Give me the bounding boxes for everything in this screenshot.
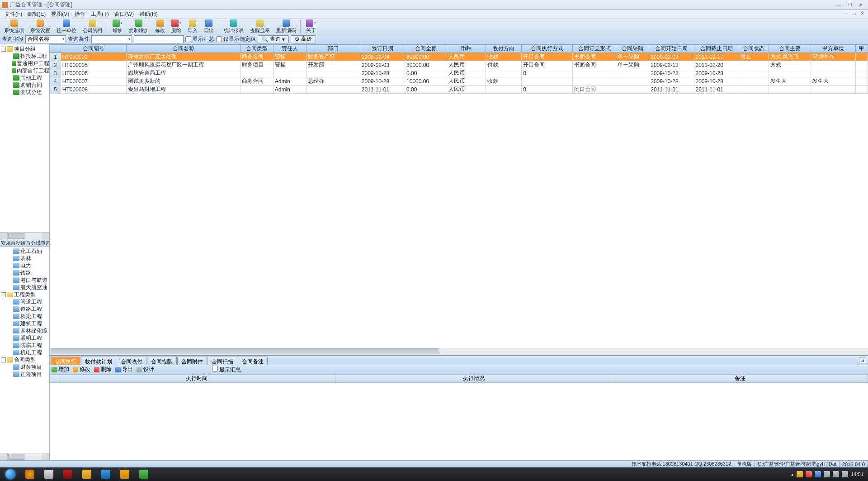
menu-操作[interactable]: 操作 bbox=[72, 10, 88, 19]
tree-item[interactable]: 购销合同 bbox=[0, 81, 49, 89]
menu-帮助(H)[interactable]: 帮助(H) bbox=[137, 10, 160, 19]
edit-button[interactable]: 修改 bbox=[152, 19, 168, 34]
col-header[interactable]: 收付方向 bbox=[486, 45, 521, 53]
remind-button[interactable]: 提醒显示 bbox=[247, 19, 273, 34]
detail-col[interactable]: 执行情况 bbox=[335, 375, 612, 383]
taskbar-app[interactable] bbox=[40, 468, 58, 480]
taskbar-app[interactable] bbox=[78, 468, 96, 480]
copyadd-button[interactable]: 复制增加 bbox=[126, 19, 152, 34]
tree-item[interactable]: 道路工程 bbox=[0, 305, 49, 313]
tree-root[interactable]: −项目分组 bbox=[0, 45, 49, 52]
close-button[interactable]: ✕ bbox=[855, 1, 866, 9]
tree-item[interactable]: 电力 bbox=[0, 262, 49, 269]
tree-item[interactable]: 铁路 bbox=[0, 269, 49, 276]
table-row[interactable]: 1HT000002珠海纺织厂废水处理商务合同曹操财务资产部2009-02-048… bbox=[50, 53, 868, 61]
tree-item[interactable]: 管道工程 bbox=[0, 298, 49, 305]
syscfg-button[interactable]: 系统设置 bbox=[27, 19, 53, 34]
delete-button[interactable]: ▾删除 bbox=[168, 19, 184, 34]
col-header[interactable]: 甲 bbox=[856, 45, 868, 53]
col-header[interactable]: 合同状态 bbox=[739, 45, 769, 53]
taskbar-app[interactable] bbox=[21, 468, 39, 480]
start-button[interactable] bbox=[2, 468, 19, 480]
tree-item[interactable]: 港口与航道 bbox=[0, 276, 49, 284]
report-button[interactable]: 统计报表 bbox=[221, 19, 247, 34]
project-tree[interactable]: −项目分组招投标工程普通用户工程内部自行工程其他工程购销合同测试分组 bbox=[0, 44, 49, 97]
tree-item[interactable]: 照明工程 bbox=[0, 334, 49, 342]
detail-col[interactable]: 执行时间 bbox=[58, 375, 335, 383]
tree-item[interactable]: 普通用户工程 bbox=[0, 60, 49, 67]
table-row[interactable]: 4HT000007测试更多新的商务合同Admin总经办2009-10-28100… bbox=[50, 77, 868, 86]
col-header[interactable]: 币种 bbox=[447, 45, 486, 53]
maximize-button[interactable]: ❐ bbox=[844, 1, 855, 9]
query-field-combo[interactable]: 合同名称 bbox=[25, 35, 66, 43]
tray-icon[interactable] bbox=[842, 471, 848, 477]
sysopt-button[interactable]: 系统选项 bbox=[1, 19, 27, 34]
col-header[interactable]: 责任人 bbox=[273, 45, 306, 53]
contacts-button[interactable]: 往来单位 bbox=[53, 19, 80, 34]
col-header[interactable]: 合同执行方式 bbox=[522, 45, 573, 53]
show-summary-check[interactable]: 显示汇总 bbox=[185, 35, 214, 43]
tree-item[interactable]: 园林绿化综 bbox=[0, 327, 49, 334]
taskbar-app[interactable] bbox=[97, 468, 115, 480]
table-row[interactable]: 2HT000005广州顺风速运花都厂区一期工程财务项目曹操开发部2009-02-… bbox=[50, 61, 868, 69]
col-header[interactable]: 合同类型 bbox=[241, 45, 274, 53]
detail-expand-button[interactable]: ⇲ bbox=[859, 357, 866, 363]
detail-tab[interactable]: 合同附件 bbox=[177, 357, 207, 365]
col-header[interactable]: 合同开始日期 bbox=[649, 45, 694, 53]
detail-删除-button[interactable]: 删除 bbox=[94, 366, 112, 373]
query-button[interactable]: 🔍 查询 ▾ bbox=[258, 35, 289, 43]
recode-button[interactable]: 重新编码 bbox=[273, 19, 299, 34]
about-button[interactable]: ▾关于 bbox=[303, 19, 319, 34]
detail-增加-button[interactable]: 增加 bbox=[52, 366, 69, 373]
tree-item[interactable]: -合同类型 bbox=[0, 356, 49, 363]
tree-item[interactable]: 其他工程 bbox=[0, 74, 49, 81]
table-row[interactable]: 3HT000006廊坊管道局工程2009-10-280.00人民币02009-1… bbox=[50, 69, 868, 77]
detail-tab[interactable]: 合同扫描 bbox=[208, 357, 237, 365]
mdi-restore-button[interactable]: ❐ bbox=[851, 10, 858, 17]
tree-item[interactable]: 正规项目 bbox=[0, 371, 49, 378]
tree-item[interactable]: 内部自行工程 bbox=[0, 67, 49, 74]
detail-tab[interactable]: 合同提醒 bbox=[147, 357, 177, 365]
category-tree[interactable]: 化工石油农林电力铁路港口与航道航天航空通-工程类型管道工程道路工程桥梁工程建筑工… bbox=[0, 247, 49, 379]
tree-item[interactable]: 机电工程 bbox=[0, 349, 49, 356]
table-row[interactable]: 5HT000008秦皇岛封堵工程Admin2011-11-010.00人民币0闭… bbox=[50, 86, 868, 94]
tray-chevron-icon[interactable]: ▴ bbox=[791, 471, 794, 477]
menu-编辑(E)[interactable]: 编辑(E) bbox=[25, 10, 48, 19]
mdi-close-button[interactable]: ✕ bbox=[859, 10, 866, 17]
col-header[interactable]: 合同主要 bbox=[769, 45, 811, 53]
menu-窗口(W)[interactable]: 窗口(W) bbox=[112, 10, 137, 19]
col-header[interactable]: 部门 bbox=[306, 45, 360, 53]
detail-tab[interactable]: 合同收付 bbox=[117, 357, 146, 365]
menu-工具(T)[interactable]: 工具(T) bbox=[88, 10, 111, 19]
tree-item[interactable]: -工程类型 bbox=[0, 291, 49, 298]
tree-item[interactable]: 桥梁工程 bbox=[0, 313, 49, 320]
tree-item[interactable]: 农林 bbox=[0, 255, 49, 262]
detail-col[interactable]: 备注 bbox=[612, 375, 868, 383]
detail-设计-button[interactable]: 设计 bbox=[137, 366, 154, 373]
col-header[interactable]: 甲方单位 bbox=[811, 45, 856, 53]
grid-hscroll[interactable] bbox=[50, 348, 868, 355]
tree-item[interactable]: 招投标工程 bbox=[0, 52, 49, 60]
detail-导出-button[interactable]: 导出 bbox=[115, 366, 133, 373]
clock[interactable]: 14:51 bbox=[851, 471, 863, 477]
contract-grid[interactable]: 合同编号合同名称合同类型责任人部门签订日期合同金额币种收付方向合同执行方式合同订… bbox=[50, 44, 868, 355]
tree-item[interactable]: 化工石油 bbox=[0, 248, 49, 255]
col-header[interactable]: 合同采购 bbox=[616, 45, 649, 53]
col-header[interactable]: 签订日期 bbox=[360, 45, 405, 53]
detail-修改-button[interactable]: 修改 bbox=[73, 366, 90, 373]
tree-item[interactable]: 财务项目 bbox=[0, 363, 49, 371]
query-cond-combo[interactable] bbox=[91, 35, 132, 43]
query-value-input[interactable] bbox=[134, 35, 184, 43]
tray-icon[interactable] bbox=[806, 471, 812, 477]
menu-视图(V)[interactable]: 视图(V) bbox=[48, 10, 72, 19]
company-button[interactable]: 公司资料 bbox=[80, 19, 106, 34]
col-header[interactable]: 合同金额 bbox=[405, 45, 447, 53]
tree-bottom-hscroll[interactable] bbox=[0, 453, 49, 460]
tree-item[interactable]: 航天航空通 bbox=[0, 284, 49, 291]
taskbar-app[interactable] bbox=[59, 468, 77, 480]
export-button[interactable]: 导出 bbox=[201, 19, 217, 34]
minimize-button[interactable]: — bbox=[834, 1, 844, 9]
detail-tab[interactable]: 收付款计划 bbox=[81, 357, 116, 365]
tray-icon[interactable] bbox=[824, 471, 830, 477]
tree-top-hscroll[interactable] bbox=[0, 232, 49, 239]
